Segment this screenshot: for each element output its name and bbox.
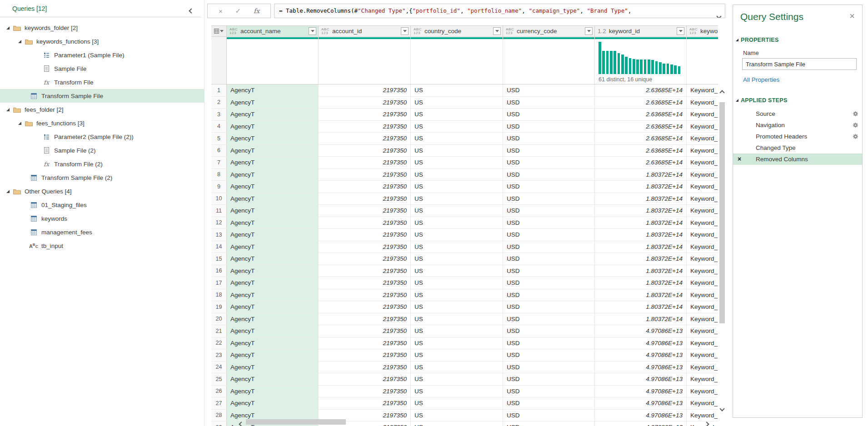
decimal-type-icon[interactable]: 1.2: [598, 28, 606, 35]
close-icon[interactable]: ×: [849, 11, 855, 20]
formula-input[interactable]: = Table.RemoveColumns(#"Changed Type",{"…: [274, 4, 725, 18]
cell-country_code[interactable]: US: [411, 421, 503, 426]
cell-keyword_id[interactable]: 4.97086E+13: [595, 373, 687, 385]
column-header-keyword[interactable]: ABC123keyword: [687, 26, 718, 36]
cell-keyword_id[interactable]: 1.80372E+14: [595, 229, 687, 241]
row-number[interactable]: 12: [211, 217, 227, 229]
cell-keyword[interactable]: Keyword_: [687, 313, 718, 325]
step-settings-button[interactable]: [853, 122, 858, 129]
histogram-bar[interactable]: [621, 54, 624, 74]
cell-keyword[interactable]: Keyword_: [687, 421, 718, 426]
cell-country_code[interactable]: US: [411, 169, 503, 181]
cell-keyword[interactable]: Keyword_: [687, 386, 718, 397]
cell-account_id[interactable]: 2197350: [319, 133, 411, 144]
cell-country_code[interactable]: US: [411, 253, 503, 265]
cell-country_code[interactable]: US: [411, 145, 503, 157]
cell-keyword_id[interactable]: 2.63685E+14: [595, 145, 687, 157]
cell-account_name[interactable]: AgencyT: [227, 349, 319, 361]
query-tree-item[interactable]: fxTransform File (2): [0, 157, 204, 171]
cell-account_name[interactable]: AgencyT: [227, 217, 319, 229]
query-tree-item[interactable]: Transform Sample File (2): [0, 171, 204, 184]
cell-currency_code[interactable]: USD: [503, 265, 595, 277]
query-tree-item[interactable]: Sample File (2): [0, 144, 204, 157]
cell-country_code[interactable]: US: [411, 373, 503, 385]
any-type-icon[interactable]: ABC123: [321, 28, 329, 35]
commit-formula-button[interactable]: ✓: [235, 7, 241, 15]
histogram-bar[interactable]: [625, 57, 628, 74]
histogram-bar[interactable]: [606, 51, 609, 74]
histogram-bar[interactable]: [610, 51, 613, 74]
histogram-bar[interactable]: [667, 64, 669, 74]
cell-keyword[interactable]: Keyword_: [687, 133, 718, 144]
cell-country_code[interactable]: US: [411, 193, 503, 205]
query-tree-item[interactable]: Parameter1 (Sample File): [0, 48, 204, 62]
query-tree-item[interactable]: Other Queries [4]: [0, 184, 204, 198]
cell-keyword[interactable]: Keyword_: [687, 301, 718, 313]
cell-account_name[interactable]: AgencyT: [227, 277, 319, 289]
cell-keyword_id[interactable]: 1.80372E+14: [595, 253, 687, 265]
histogram-bar[interactable]: [674, 65, 677, 74]
cell-country_code[interactable]: US: [411, 241, 503, 253]
cell-account_id[interactable]: 2197350: [319, 181, 411, 193]
cell-keyword_id[interactable]: 1.80372E+14: [595, 217, 687, 229]
cell-keyword[interactable]: Keyword_: [687, 97, 718, 109]
cell-account_id[interactable]: 2197350: [319, 169, 411, 181]
row-number[interactable]: 29: [211, 421, 227, 426]
cell-account_id[interactable]: 2197350: [319, 253, 411, 265]
histogram-bar[interactable]: [651, 60, 654, 74]
cell-currency_code[interactable]: USD: [503, 181, 595, 193]
cell-keyword_id[interactable]: 4.97086E+13: [595, 421, 687, 426]
query-tree-item[interactable]: fees_functions [3]: [0, 116, 204, 130]
cell-account_name[interactable]: AgencyT: [227, 325, 319, 337]
query-tree-item[interactable]: Parameter2 (Sample File (2)): [0, 130, 204, 144]
row-number[interactable]: 18: [211, 289, 227, 301]
cell-currency_code[interactable]: USD: [503, 205, 595, 217]
cell-country_code[interactable]: US: [411, 84, 503, 96]
column-header-currency_code[interactable]: ABC123currency_code: [503, 26, 595, 36]
cell-keyword[interactable]: Keyword_: [687, 121, 718, 133]
scroll-right-arrow[interactable]: [705, 420, 708, 426]
cell-account_name[interactable]: AgencyT: [227, 241, 319, 253]
cell-account_name[interactable]: AgencyT: [227, 169, 319, 181]
cell-country_code[interactable]: US: [411, 205, 503, 217]
cell-country_code[interactable]: US: [411, 229, 503, 241]
cell-account_id[interactable]: 2197350: [319, 241, 411, 253]
cell-country_code[interactable]: US: [411, 277, 503, 289]
query-tree-item[interactable]: keywords_functions [3]: [0, 35, 204, 48]
cell-keyword[interactable]: Keyword_: [687, 325, 718, 337]
row-number[interactable]: 11: [211, 205, 227, 217]
cell-country_code[interactable]: US: [411, 181, 503, 193]
all-properties-link[interactable]: All Properties: [743, 76, 779, 83]
any-type-icon[interactable]: ABC123: [229, 28, 238, 35]
cell-account_id[interactable]: 2197350: [319, 217, 411, 229]
row-number[interactable]: 24: [211, 362, 227, 373]
cell-keyword_id[interactable]: 4.97086E+13: [595, 337, 687, 349]
cell-currency_code[interactable]: USD: [503, 84, 595, 96]
histogram-bar[interactable]: [678, 66, 681, 74]
cell-account_id[interactable]: 2197350: [319, 145, 411, 157]
cell-currency_code[interactable]: USD: [503, 410, 595, 421]
tree-expander-icon[interactable]: [6, 108, 10, 111]
row-number[interactable]: 21: [211, 325, 227, 337]
cell-keyword[interactable]: Keyword_: [687, 181, 718, 193]
scroll-left-arrow[interactable]: [239, 420, 243, 426]
row-number[interactable]: 15: [211, 253, 227, 265]
cell-currency_code[interactable]: USD: [503, 289, 595, 301]
cell-account_name[interactable]: AgencyT: [227, 337, 319, 349]
cell-account_name[interactable]: AgencyT: [227, 145, 319, 157]
cell-keyword_id[interactable]: 1.80372E+14: [595, 169, 687, 181]
cell-keyword_id[interactable]: 2.63685E+14: [595, 157, 687, 168]
cell-country_code[interactable]: US: [411, 325, 503, 337]
cell-currency_code[interactable]: USD: [503, 109, 595, 120]
cell-currency_code[interactable]: USD: [503, 277, 595, 289]
collapse-pane-button[interactable]: [190, 4, 198, 14]
cell-currency_code[interactable]: USD: [503, 397, 595, 409]
cell-keyword_id[interactable]: 1.80372E+14: [595, 265, 687, 277]
cell-currency_code[interactable]: USD: [503, 337, 595, 349]
filter-button[interactable]: [401, 27, 409, 35]
row-number[interactable]: 5: [211, 133, 227, 144]
cell-keyword[interactable]: Keyword_: [687, 289, 718, 301]
cell-currency_code[interactable]: USD: [503, 253, 595, 265]
cell-keyword[interactable]: Keyword_: [687, 265, 718, 277]
cell-currency_code[interactable]: USD: [503, 97, 595, 109]
